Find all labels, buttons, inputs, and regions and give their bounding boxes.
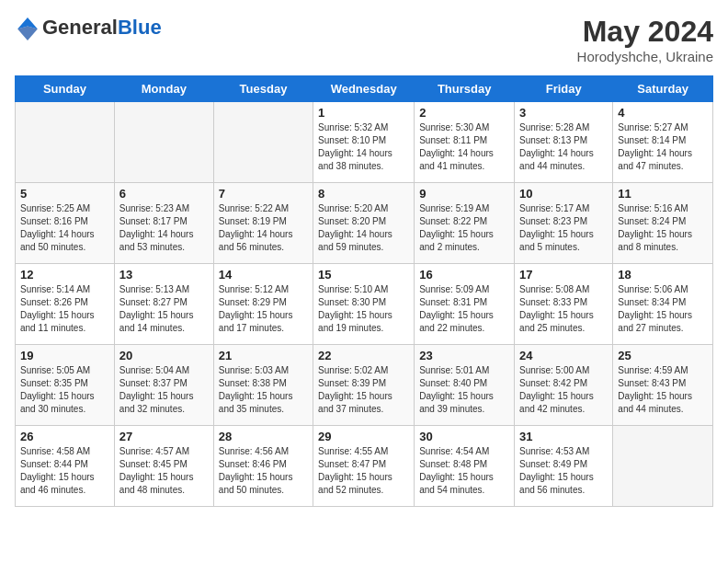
calendar-day-cell: 18Sunrise: 5:06 AM Sunset: 8:34 PM Dayli… [613,264,713,345]
calendar-day-cell: 8Sunrise: 5:20 AM Sunset: 8:20 PM Daylig… [313,183,415,264]
calendar-day-cell: 17Sunrise: 5:08 AM Sunset: 8:33 PM Dayli… [515,264,613,345]
calendar-week-row: 12Sunrise: 5:14 AM Sunset: 8:26 PM Dayli… [16,264,713,345]
day-info: Sunrise: 5:13 AM Sunset: 8:27 PM Dayligh… [119,283,209,335]
calendar-day-cell: 5Sunrise: 5:25 AM Sunset: 8:16 PM Daylig… [16,183,115,264]
day-info: Sunrise: 5:08 AM Sunset: 8:33 PM Dayligh… [519,283,608,335]
day-number: 2 [419,106,509,120]
calendar-day-cell: 30Sunrise: 4:54 AM Sunset: 8:48 PM Dayli… [415,426,515,507]
calendar-day-cell: 15Sunrise: 5:10 AM Sunset: 8:30 PM Dayli… [313,264,415,345]
day-number: 17 [519,268,608,282]
page-header: GeneralBlue May 2024 Horodyshche, Ukrain… [15,15,713,64]
day-info: Sunrise: 5:02 AM Sunset: 8:39 PM Dayligh… [318,364,409,416]
day-number: 30 [419,430,509,443]
calendar-day-cell: 24Sunrise: 5:00 AM Sunset: 8:42 PM Dayli… [515,345,613,426]
calendar-day-cell: 12Sunrise: 5:14 AM Sunset: 8:26 PM Dayli… [16,264,115,345]
day-number: 15 [318,268,409,282]
logo-icon [15,15,40,40]
day-number: 28 [219,430,308,443]
day-info: Sunrise: 5:05 AM Sunset: 8:35 PM Dayligh… [20,364,109,416]
calendar-day-cell: 25Sunrise: 4:59 AM Sunset: 8:43 PM Dayli… [613,345,713,426]
calendar-day-cell [213,102,313,183]
day-info: Sunrise: 5:27 AM Sunset: 8:14 PM Dayligh… [618,121,708,173]
day-number: 21 [219,349,308,362]
day-number: 18 [618,268,708,282]
calendar-day-cell: 23Sunrise: 5:01 AM Sunset: 8:40 PM Dayli… [415,345,515,426]
day-number: 24 [519,349,608,362]
calendar-day-cell [613,426,713,507]
day-number: 3 [519,106,608,120]
day-number: 29 [318,430,409,443]
day-number: 27 [119,430,209,443]
calendar-day-cell: 1Sunrise: 5:32 AM Sunset: 8:10 PM Daylig… [313,102,415,183]
day-number: 14 [219,268,308,282]
calendar-day-cell: 10Sunrise: 5:17 AM Sunset: 8:23 PM Dayli… [515,183,613,264]
logo-text-general: General [42,16,118,39]
calendar-day-cell: 31Sunrise: 4:53 AM Sunset: 8:49 PM Dayli… [515,426,613,507]
calendar-day-cell: 4Sunrise: 5:27 AM Sunset: 8:14 PM Daylig… [613,102,713,183]
weekday-header-cell: Tuesday [213,76,313,102]
day-info: Sunrise: 4:58 AM Sunset: 8:44 PM Dayligh… [20,445,109,497]
day-info: Sunrise: 5:32 AM Sunset: 8:10 PM Dayligh… [318,121,409,173]
day-number: 5 [20,187,109,201]
calendar-day-cell: 20Sunrise: 5:04 AM Sunset: 8:37 PM Dayli… [114,345,213,426]
day-info: Sunrise: 5:01 AM Sunset: 8:40 PM Dayligh… [419,364,509,416]
day-info: Sunrise: 5:22 AM Sunset: 8:19 PM Dayligh… [219,202,308,254]
day-info: Sunrise: 5:30 AM Sunset: 8:11 PM Dayligh… [419,121,509,173]
day-number: 4 [618,106,708,120]
weekday-header-cell: Sunday [16,76,115,102]
day-number: 20 [119,349,209,362]
day-info: Sunrise: 4:57 AM Sunset: 8:45 PM Dayligh… [119,445,209,497]
day-info: Sunrise: 5:25 AM Sunset: 8:16 PM Dayligh… [20,202,109,254]
day-number: 23 [419,349,509,362]
day-info: Sunrise: 5:04 AM Sunset: 8:37 PM Dayligh… [119,364,209,416]
svg-marker-1 [17,26,38,40]
day-number: 31 [519,430,608,443]
day-info: Sunrise: 5:09 AM Sunset: 8:31 PM Dayligh… [419,283,509,335]
day-info: Sunrise: 5:06 AM Sunset: 8:34 PM Dayligh… [618,283,708,335]
calendar-day-cell: 14Sunrise: 5:12 AM Sunset: 8:29 PM Dayli… [213,264,313,345]
day-number: 9 [419,187,509,201]
calendar-day-cell: 6Sunrise: 5:23 AM Sunset: 8:17 PM Daylig… [114,183,213,264]
day-number: 11 [618,187,708,201]
day-info: Sunrise: 5:23 AM Sunset: 8:17 PM Dayligh… [119,202,209,254]
calendar-day-cell: 9Sunrise: 5:19 AM Sunset: 8:22 PM Daylig… [415,183,515,264]
weekday-header-cell: Wednesday [313,76,415,102]
day-number: 8 [318,187,409,201]
calendar-week-row: 1Sunrise: 5:32 AM Sunset: 8:10 PM Daylig… [16,102,713,183]
day-number: 1 [318,106,409,120]
day-info: Sunrise: 5:20 AM Sunset: 8:20 PM Dayligh… [318,202,409,254]
day-info: Sunrise: 4:56 AM Sunset: 8:46 PM Dayligh… [219,445,308,497]
day-info: Sunrise: 4:59 AM Sunset: 8:43 PM Dayligh… [618,364,708,416]
day-info: Sunrise: 5:19 AM Sunset: 8:22 PM Dayligh… [419,202,509,254]
logo: GeneralBlue [15,15,162,40]
month-title: May 2024 [577,15,713,49]
calendar-day-cell: 13Sunrise: 5:13 AM Sunset: 8:27 PM Dayli… [114,264,213,345]
day-number: 16 [419,268,509,282]
day-number: 26 [20,430,109,443]
calendar-day-cell: 21Sunrise: 5:03 AM Sunset: 8:38 PM Dayli… [213,345,313,426]
calendar-day-cell: 3Sunrise: 5:28 AM Sunset: 8:13 PM Daylig… [515,102,613,183]
day-number: 19 [20,349,109,362]
calendar-day-cell [16,102,115,183]
day-number: 6 [119,187,209,201]
day-number: 13 [119,268,209,282]
calendar-day-cell: 28Sunrise: 4:56 AM Sunset: 8:46 PM Dayli… [213,426,313,507]
logo-text-blue: Blue [118,16,162,39]
day-number: 7 [219,187,308,201]
calendar-week-row: 26Sunrise: 4:58 AM Sunset: 8:44 PM Dayli… [16,426,713,507]
weekday-header-row: SundayMondayTuesdayWednesdayThursdayFrid… [16,76,713,102]
day-info: Sunrise: 5:14 AM Sunset: 8:26 PM Dayligh… [20,283,109,335]
day-number: 22 [318,349,409,362]
calendar-day-cell: 7Sunrise: 5:22 AM Sunset: 8:19 PM Daylig… [213,183,313,264]
calendar-day-cell: 27Sunrise: 4:57 AM Sunset: 8:45 PM Dayli… [114,426,213,507]
day-info: Sunrise: 4:55 AM Sunset: 8:47 PM Dayligh… [318,445,409,497]
calendar-day-cell: 19Sunrise: 5:05 AM Sunset: 8:35 PM Dayli… [16,345,115,426]
calendar-day-cell [114,102,213,183]
day-info: Sunrise: 5:03 AM Sunset: 8:38 PM Dayligh… [219,364,308,416]
day-info: Sunrise: 5:10 AM Sunset: 8:30 PM Dayligh… [318,283,409,335]
title-block: May 2024 Horodyshche, Ukraine [577,15,713,64]
calendar-day-cell: 26Sunrise: 4:58 AM Sunset: 8:44 PM Dayli… [16,426,115,507]
calendar-day-cell: 11Sunrise: 5:16 AM Sunset: 8:24 PM Dayli… [613,183,713,264]
day-info: Sunrise: 5:17 AM Sunset: 8:23 PM Dayligh… [519,202,608,254]
location-subtitle: Horodyshche, Ukraine [577,49,713,64]
